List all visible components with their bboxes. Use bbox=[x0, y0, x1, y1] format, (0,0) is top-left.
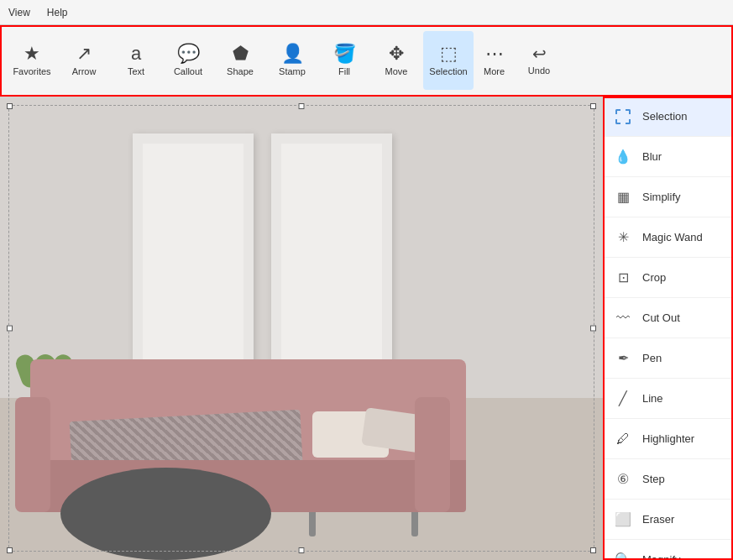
cut_out-icon: 〰 bbox=[614, 309, 632, 327]
selection-icon: ⬚ bbox=[440, 44, 458, 63]
callout-icon: 💬 bbox=[177, 44, 200, 63]
line-label: Line bbox=[642, 392, 663, 405]
arrow-icon: ↗ bbox=[76, 44, 92, 63]
panel-item-simplify[interactable]: ▦ Simplify bbox=[604, 177, 733, 217]
tool-fill[interactable]: 🪣 Fill bbox=[319, 31, 369, 90]
more-button[interactable]: ⋯ More bbox=[475, 31, 513, 90]
panel-item-line[interactable]: ╱ Line bbox=[604, 379, 733, 419]
tool-favorites[interactable]: ★ Favorites bbox=[7, 31, 57, 90]
panel-item-eraser[interactable]: ⬜ Eraser bbox=[604, 500, 733, 540]
stamp-icon: 👤 bbox=[281, 44, 304, 63]
simplify-icon: ▦ bbox=[614, 188, 632, 207]
selection-label: Selection bbox=[642, 110, 687, 123]
highlighter-icon: 🖊 bbox=[614, 430, 632, 448]
panel-item-cut_out[interactable]: 〰 Cut Out bbox=[604, 298, 733, 338]
tool-shape[interactable]: ⬟ Shape bbox=[215, 31, 265, 90]
panel-item-selection[interactable]: Selection bbox=[604, 97, 733, 137]
top-menu-bar: View Help bbox=[0, 0, 733, 25]
pen-label: Pen bbox=[642, 352, 662, 364]
shape-icon: ⬟ bbox=[233, 44, 249, 63]
room-image bbox=[0, 97, 603, 560]
stamp-label: Stamp bbox=[279, 66, 306, 76]
shape-label: Shape bbox=[227, 66, 254, 76]
panel-item-magnify[interactable]: 🔍 Magnify bbox=[604, 540, 733, 560]
more-icon: ⋯ bbox=[485, 44, 504, 63]
panel-item-pen[interactable]: ✒ Pen bbox=[604, 338, 733, 379]
favorites-label: Favorites bbox=[13, 66, 50, 76]
canvas-area[interactable] bbox=[0, 97, 603, 560]
sofa-armrest-left bbox=[15, 397, 51, 512]
arrow-label: Arrow bbox=[72, 66, 97, 76]
panel-item-blur[interactable]: 💧 Blur bbox=[604, 137, 733, 177]
menu-help[interactable]: Help bbox=[47, 7, 68, 18]
panel-item-step[interactable]: ⑥ Step bbox=[604, 459, 733, 500]
sofa-leg bbox=[309, 512, 316, 537]
crop-icon: ⊡ bbox=[614, 269, 632, 287]
toolbar: ★ Favorites ↗ Arrow a Text 💬 Callout ⬟ S… bbox=[0, 25, 733, 97]
tool-stamp[interactable]: 👤 Stamp bbox=[267, 31, 317, 90]
favorites-icon: ★ bbox=[24, 44, 40, 63]
blur-icon: 💧 bbox=[614, 148, 632, 166]
coffee-table bbox=[60, 468, 271, 560]
selection-icon bbox=[614, 107, 632, 126]
side-panel: Selection 💧 Blur ▦ Simplify ✳ Magic Wand… bbox=[603, 97, 733, 560]
undo-button[interactable]: ↩ Undo bbox=[518, 31, 560, 90]
callout-label: Callout bbox=[174, 66, 202, 76]
magic_wand-label: Magic Wand bbox=[642, 231, 703, 243]
more-label: More bbox=[484, 66, 505, 76]
magnify-icon: 🔍 bbox=[614, 551, 632, 561]
highlighter-label: Highlighter bbox=[642, 432, 694, 445]
simplify-label: Simplify bbox=[642, 191, 681, 203]
blur-label: Blur bbox=[642, 150, 662, 163]
tool-arrow[interactable]: ↗ Arrow bbox=[59, 31, 109, 90]
step-label: Step bbox=[642, 473, 665, 485]
step-icon: ⑥ bbox=[614, 470, 632, 489]
undo-label: Undo bbox=[528, 65, 550, 76]
text-icon: a bbox=[131, 44, 141, 63]
line-icon: ╱ bbox=[614, 390, 632, 408]
undo-icon: ↩ bbox=[532, 45, 547, 62]
eraser-label: Eraser bbox=[642, 513, 674, 526]
panel-item-highlighter[interactable]: 🖊 Highlighter bbox=[604, 419, 733, 459]
panel-item-magic_wand[interactable]: ✳ Magic Wand bbox=[604, 217, 733, 258]
sofa-leg bbox=[411, 512, 418, 537]
tool-text[interactable]: a Text bbox=[111, 31, 161, 90]
tool-selection[interactable]: ⬚ Selection bbox=[423, 31, 474, 90]
menu-view[interactable]: View bbox=[8, 7, 30, 18]
fill-label: Fill bbox=[338, 66, 350, 76]
crop-label: Crop bbox=[642, 271, 666, 284]
tool-callout[interactable]: 💬 Callout bbox=[163, 31, 213, 90]
main-area: Selection 💧 Blur ▦ Simplify ✳ Magic Wand… bbox=[0, 97, 733, 560]
tool-move[interactable]: ✥ Move bbox=[371, 31, 421, 90]
eraser-icon: ⬜ bbox=[614, 510, 632, 529]
magnify-label: Magnify bbox=[642, 553, 681, 560]
sofa-armrest-right bbox=[415, 397, 451, 512]
pen-icon: ✒ bbox=[614, 349, 632, 368]
magic_wand-icon: ✳ bbox=[614, 228, 632, 247]
text-label: Text bbox=[128, 66, 144, 76]
cut_out-label: Cut Out bbox=[642, 311, 680, 324]
move-label: Move bbox=[385, 66, 408, 76]
move-icon: ✥ bbox=[389, 44, 404, 63]
panel-item-crop[interactable]: ⊡ Crop bbox=[604, 258, 733, 298]
fill-icon: 🪣 bbox=[333, 44, 356, 63]
selection-label: Selection bbox=[429, 66, 467, 76]
